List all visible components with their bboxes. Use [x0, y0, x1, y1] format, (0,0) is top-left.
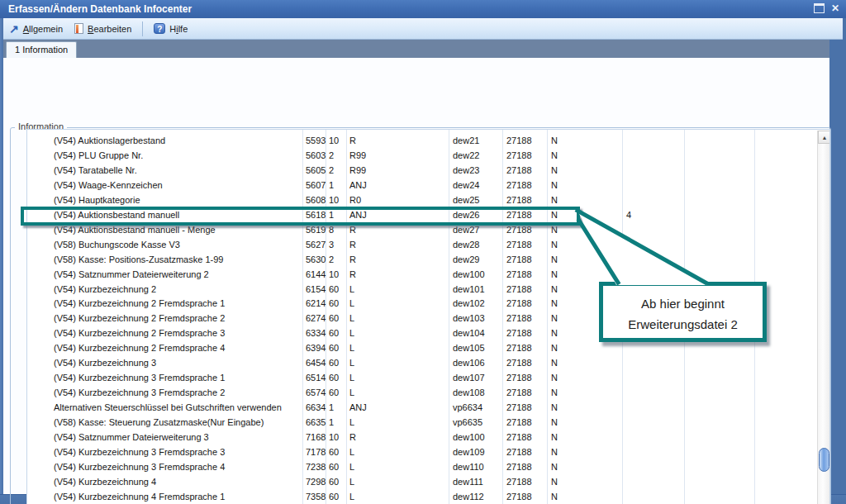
cell-flag: N	[551, 385, 558, 400]
cell-len: 60	[329, 459, 339, 474]
cell-name: Alternativen Steuerschlüssel bei Gutschr…	[54, 400, 282, 415]
cell-tbl: 27188	[506, 267, 532, 282]
cell-typ: L	[349, 445, 354, 459]
cell-tbl: 27188	[506, 133, 532, 148]
cell-flag: N	[551, 415, 558, 430]
cell-flag: N	[551, 474, 558, 489]
cell-len: 60	[329, 340, 339, 355]
cell-num: 5605	[306, 163, 326, 178]
cell-typ: L	[349, 415, 354, 430]
cell-num: 6214	[306, 296, 326, 311]
cell-typ: R99	[349, 148, 366, 163]
cell-field: vp6635	[453, 415, 482, 430]
cell-typ: L	[349, 489, 354, 504]
cell-typ: R	[349, 133, 356, 148]
cell-num: 6634	[306, 400, 326, 415]
cell-field: dew107	[453, 370, 485, 385]
cell-num: 5593	[306, 133, 326, 148]
cell-name: (V54) Kurzbezeichnung 3 Fremdsprache 4	[54, 459, 225, 474]
table-row[interactable]: (V54) Kurzbezeichnung 3 Fremdsprache 371…	[27, 445, 816, 459]
cell-field: dew100	[453, 430, 485, 445]
cell-len: 10	[329, 133, 339, 148]
table-row[interactable]: (V54) Kurzbezeichnung 4729860Ldew1112718…	[27, 474, 816, 489]
cell-flag: N	[551, 355, 558, 370]
cell-num: 7168	[306, 430, 326, 445]
cell-len: 10	[329, 267, 339, 282]
table-row[interactable]: (V54) Waage-Kennzeichen56071ANJdew242718…	[27, 178, 816, 193]
cell-field: dew24	[453, 178, 479, 193]
table-row[interactable]: Alternativen Steuerschlüssel bei Gutschr…	[27, 400, 816, 415]
cell-flag: N	[551, 326, 558, 340]
table-row[interactable]: (V54) Kurzbezeichnung 3 Fremdsprache 165…	[27, 370, 816, 385]
cell-typ: R	[349, 237, 356, 252]
table-row[interactable]: (V54) Satznummer Dateierweiterung 261441…	[27, 267, 816, 282]
cell-name: (V54) Kurzbezeichnung 3 Fremdsprache 2	[54, 385, 225, 400]
table-row[interactable]: (V58) Kasse: Positions-Zusatzmaske 1-995…	[27, 252, 816, 267]
cell-field: dew112	[453, 489, 484, 504]
cell-flag: N	[551, 296, 558, 311]
cell-tbl: 27188	[506, 311, 532, 326]
arrow-ne-icon: ↗	[9, 24, 19, 34]
cell-flag: N	[551, 459, 558, 474]
cell-flag: N	[551, 430, 558, 445]
table-row[interactable]: (V54) Satznummer Dateierweiterung 371681…	[27, 430, 816, 445]
cell-tbl: 27188	[506, 282, 532, 297]
table-row[interactable]: (V54) Kurzbezeichnung 3645460Ldew1062718…	[27, 355, 816, 370]
cell-num: 7298	[306, 474, 326, 489]
table-row[interactable]: (V54) Kurzbezeichnung 2 Fremdsprache 463…	[27, 340, 816, 355]
table-row[interactable]: (V54) Kurzbezeichnung 3 Fremdsprache 265…	[27, 385, 816, 400]
cell-num: 6274	[306, 311, 326, 326]
scroll-up-button[interactable]: ▲	[818, 131, 830, 144]
table-row[interactable]: (V54) Auktionslagerbestand559310Rdew2127…	[27, 133, 816, 148]
cell-name: (V54) Kurzbezeichnung 2 Fremdsprache 1	[54, 296, 225, 311]
close-icon[interactable]: ✕	[831, 3, 839, 14]
bearbeiten-button[interactable]: Bearbeiten	[69, 21, 137, 36]
cell-typ: L	[349, 385, 354, 400]
restore-icon[interactable]	[814, 3, 825, 13]
table-row[interactable]: (V54) Kurzbezeichnung 4 Fremdsprache 173…	[27, 489, 816, 504]
cell-num: 7238	[306, 459, 326, 474]
cell-num: 6514	[306, 370, 326, 385]
cell-name: (V58) Kasse: Positions-Zusatzmaske 1-99	[54, 252, 223, 267]
cell-typ: L	[349, 459, 354, 474]
cell-len: 3	[329, 237, 334, 252]
cell-flag: N	[551, 133, 558, 148]
cell-tbl: 27188	[506, 193, 532, 207]
cell-num: 6394	[306, 340, 326, 355]
callout-line2: Erweiterungsdatei 2	[603, 314, 763, 335]
cell-tbl: 27188	[506, 430, 532, 445]
cell-name: (V54) Satznummer Dateierweiterung 2	[54, 267, 209, 282]
table-row[interactable]: (V54) Taratabelle Nr.56052R99dew2327188N	[27, 163, 816, 178]
cell-field: dew21	[453, 133, 479, 148]
cell-flag: N	[551, 193, 558, 207]
callout-line1: Ab hier beginnt	[603, 293, 763, 314]
cell-typ: L	[349, 474, 354, 489]
tab-information[interactable]: 1 Information	[6, 41, 77, 58]
cell-field: dew103	[453, 311, 485, 326]
vertical-scrollbar[interactable]: ▲ ▼	[817, 131, 830, 504]
tab-page-content: Information (V54) Auktionslagerbestand55…	[3, 58, 829, 494]
cell-tbl: 27188	[506, 459, 532, 474]
cell-typ: L	[349, 282, 354, 297]
hilfe-button[interactable]: ? Hilfe	[148, 21, 193, 36]
table-row[interactable]: (V54) PLU Gruppe Nr.56032R99dew2227188N	[27, 148, 816, 163]
help-icon: ?	[154, 23, 165, 34]
cell-flag: N	[551, 267, 558, 282]
cell-typ: ANJ	[349, 178, 367, 193]
cell-field: dew109	[453, 445, 485, 459]
scrollbar-thumb[interactable]	[819, 448, 829, 472]
table-row[interactable]: (V58) Kasse: Steuerung Zusatzmaske(Nur E…	[27, 415, 816, 430]
table-row[interactable]: (V54) Hauptkategorie560810R0dew2527188N	[27, 193, 816, 207]
cell-field: vp6634	[453, 400, 482, 415]
table-row[interactable]: (V54) Kurzbezeichnung 3 Fremdsprache 472…	[27, 459, 816, 474]
cell-len: 60	[329, 282, 339, 297]
cell-len: 2	[329, 148, 334, 163]
cell-name: (V54) Hauptkategorie	[54, 193, 140, 207]
table-row[interactable]: (V58) Buchungscode Kasse V356273Rdew2827…	[27, 237, 816, 252]
allgemein-button[interactable]: ↗ Allgemein	[3, 21, 69, 36]
cell-field: dew110	[453, 459, 484, 474]
cell-len: 60	[329, 489, 339, 504]
cell-num: 6154	[306, 282, 326, 297]
cell-len: 10	[329, 430, 339, 445]
cell-num: 5630	[306, 252, 326, 267]
